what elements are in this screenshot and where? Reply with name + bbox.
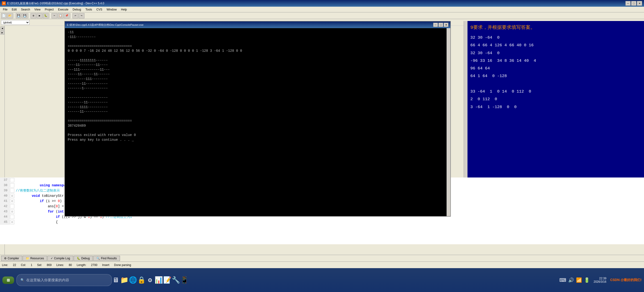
console-line-18: ------11------------ <box>68 110 444 114</box>
left-sidebar: ◀ ▶ <box>0 26 5 292</box>
menu-project[interactable]: Project <box>43 8 56 12</box>
toolbar-debug[interactable]: 🐛 <box>43 13 49 18</box>
line-num-45: 45 <box>0 220 10 225</box>
tab-compiler[interactable]: ⚙ Compiler <box>1 256 22 261</box>
taskbar-icon-9[interactable]: 📱 <box>180 276 188 284</box>
close-button[interactable]: ✕ <box>637 1 642 6</box>
fold-42[interactable] <box>10 204 14 208</box>
toolbar-undo[interactable]: ↩ <box>72 13 78 18</box>
taskbar-icon-3[interactable]: 🌐 <box>129 276 137 284</box>
console-line-9: ---111----------11--- <box>68 68 444 72</box>
menu-window[interactable]: Window <box>105 8 119 12</box>
col-label: Col: <box>21 263 26 267</box>
window-title: E:\2018九届直播分析\w1-1\05明函\2018cb2.cpp [Exe… <box>7 2 626 6</box>
right-panel-data: 32 30 -64 0 66 4 66 4 126 4 66 40 0 16 3… <box>470 34 641 111</box>
console-line-19 <box>68 114 444 119</box>
console-line-17: ------1111---------- <box>68 105 444 110</box>
console-line-2: -111---------- <box>68 35 444 40</box>
console-maximize[interactable]: □ <box>438 23 443 27</box>
taskbar-right: ⌨ 🔊 📶 🔋 22:39 2026/3/16 CSDN @最好的我们! <box>559 277 642 284</box>
fold-41[interactable]: □ <box>10 199 14 203</box>
menu-file[interactable]: File <box>1 8 9 12</box>
line-num-40: 40 <box>0 193 10 198</box>
data-line-2: 66 4 66 4 126 4 66 40 0 16 <box>470 42 641 49</box>
code-text-45: { <box>15 214 58 230</box>
toolbar-paste[interactable]: 📌 <box>64 13 70 18</box>
console-close[interactable]: ✕ <box>444 23 448 27</box>
console-line-1: -11 <box>68 30 444 35</box>
taskbar-tray-1[interactable]: ⌨ <box>559 277 566 283</box>
console-line-10: -----11------11------ <box>68 72 444 77</box>
menu-help[interactable]: Help <box>119 8 129 12</box>
fold-43[interactable]: □ <box>10 210 14 214</box>
toolbar-new[interactable]: 📄 <box>1 13 7 18</box>
menu-view[interactable]: View <box>32 8 42 12</box>
fold-44[interactable] <box>10 215 14 219</box>
taskbar-tray-4[interactable]: 🔋 <box>584 277 590 283</box>
data-line-5: 96 64 64 <box>470 65 641 72</box>
toolbar-sep-4 <box>70 13 72 18</box>
scope-dropdown[interactable]: (global) <box>1 20 30 25</box>
toolbar-save[interactable]: 💾 <box>16 13 22 18</box>
console-line-16: --------11---------- <box>68 100 444 105</box>
taskbar-icon-4[interactable]: 🔒 <box>138 276 145 284</box>
console-minimize[interactable]: ─ <box>433 23 438 27</box>
console-content: -11 -111---------- =====================… <box>65 28 446 216</box>
menu-edit[interactable]: Edit <box>10 8 18 12</box>
tab-compile-log-label: Compile Log <box>54 257 70 260</box>
tab-compile-log[interactable]: ✓ Compile Log <box>48 256 73 261</box>
fold-37[interactable] <box>10 178 14 182</box>
fold-38[interactable] <box>10 183 14 188</box>
tab-find-results[interactable]: 🔍 Find Results <box>93 256 120 261</box>
console-line-4: ================================ <box>68 44 444 49</box>
toolbar-compile[interactable]: ⚙ <box>30 13 36 18</box>
taskbar-tray-3[interactable]: 📶 <box>576 277 582 283</box>
fold-39[interactable] <box>10 188 14 193</box>
toolbar-open[interactable]: 📂 <box>7 13 13 18</box>
console-line-15: -------------------- <box>68 96 444 100</box>
menu-debug[interactable]: Debug <box>71 8 83 12</box>
tab-resources[interactable]: 📁 Resources <box>23 256 47 261</box>
console-line-13: -------1------------ <box>68 86 444 91</box>
menu-tools[interactable]: Tools <box>84 8 94 12</box>
sidebar-arrow-left[interactable]: ◀ <box>0 26 4 30</box>
fold-45[interactable]: □ <box>10 220 14 224</box>
console-line-23: Process exited with return value 0 <box>68 133 444 138</box>
toolbar-save-all[interactable]: 💾 <box>22 13 28 18</box>
taskbar-search-box[interactable]: 🔍 在这里输入你要搜索的内容 <box>16 274 112 286</box>
taskbar-icon-8[interactable]: 🔧 <box>172 276 180 284</box>
insert-label: Insert <box>102 263 109 267</box>
sidebar-arrow-right[interactable]: ▶ <box>0 31 4 34</box>
resources-icon: 📁 <box>26 257 29 260</box>
taskbar-icon-1[interactable]: 🖥 <box>112 276 120 284</box>
system-clock[interactable]: 22:39 2026/3/16 <box>592 277 608 284</box>
taskbar-icon-6[interactable]: 📊 <box>155 276 162 284</box>
line-num-42: 42 <box>0 204 10 209</box>
console-scrollbar[interactable] <box>446 28 450 216</box>
menu-search[interactable]: Search <box>19 8 32 12</box>
fold-40[interactable]: □ <box>10 194 14 198</box>
compiler-icon: ⚙ <box>4 257 7 260</box>
line-value: 22 <box>13 263 16 267</box>
minimize-button[interactable]: ─ <box>626 1 631 6</box>
sel-label: Sel: <box>37 263 42 267</box>
console-line-21: 387420489 <box>68 124 444 128</box>
tab-find-results-label: Find Results <box>101 257 117 260</box>
taskbar-tray-2[interactable]: 🔊 <box>568 277 574 283</box>
taskbar-icon-5[interactable]: ⚙ <box>146 276 154 284</box>
toolbar-cut[interactable]: ✂ <box>52 13 57 18</box>
start-button[interactable]: ⊞ <box>2 276 14 284</box>
taskbar-icon-2[interactable]: 📁 <box>120 276 128 284</box>
toolbar-copy[interactable]: 📋 <box>58 13 64 18</box>
right-panel-scrollbar[interactable] <box>464 21 468 181</box>
maximize-button[interactable]: □ <box>631 1 636 6</box>
toolbar-run[interactable]: ▶ <box>37 13 42 18</box>
menu-cvs[interactable]: CVS <box>94 8 104 12</box>
data-line-6: 64 1 64 0 -128 <box>470 72 641 80</box>
tab-debug[interactable]: 🐛 Debug <box>74 256 93 261</box>
length-value: 2700 <box>91 263 98 267</box>
toolbar-redo[interactable]: ↪ <box>79 13 84 18</box>
ide-window: ⚙ E:\2018九届直播分析\w1-1\05明函\2018cb2.cpp [E… <box>0 0 644 292</box>
taskbar-icon-7[interactable]: 📝 <box>164 276 171 284</box>
menu-execute[interactable]: Execute <box>56 8 70 12</box>
